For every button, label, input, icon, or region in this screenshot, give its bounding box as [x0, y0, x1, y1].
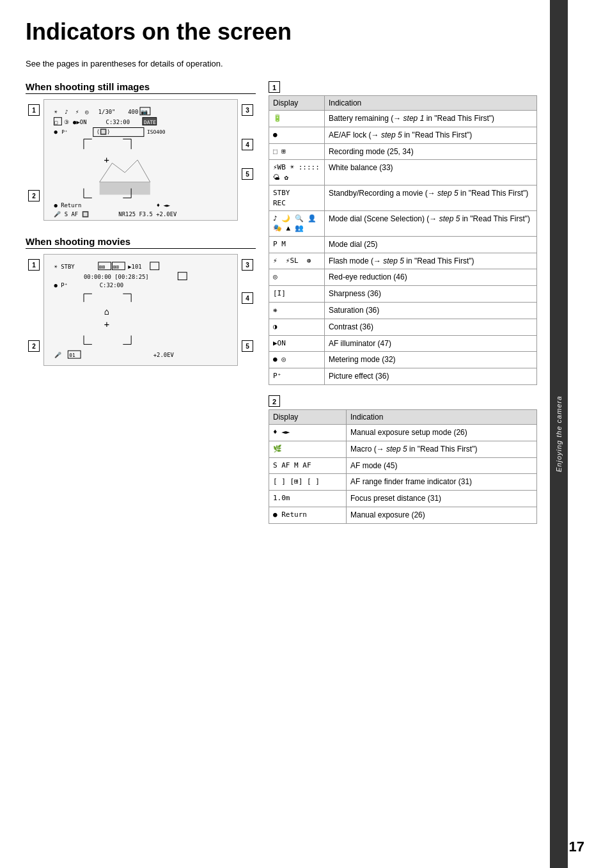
table1-row-indication: Red-eye reduction (46) — [324, 269, 536, 286]
table2-row-display: ♦ ◄► — [269, 425, 347, 441]
right-column: 1 Display Indication 🔋Battery remaining … — [269, 81, 537, 534]
table1-row-display: [I] — [269, 286, 325, 303]
table1-row-display: ⚡WB ☀ ::::: 🌤 ✿ — [269, 160, 325, 185]
svg-text:1/30": 1/30" — [98, 109, 116, 115]
table2-row-indication: Manual exposure setup mode (26) — [347, 425, 537, 441]
table2-row-indication: Macro (→ step 5 in "Read This First") — [347, 441, 537, 457]
table2-header-display: Display — [269, 410, 347, 425]
svg-text:● Return: ● Return — [54, 202, 81, 209]
table1-row-indication: Contrast (36) — [324, 319, 536, 335]
table1: Display Indication 🔋Battery remaining (→… — [269, 95, 537, 385]
movie-diagram-svg: ☀ STBY ⊞⊞ ⊞⊞ ▶101 00:00:00 [00:28:25] — [44, 255, 237, 365]
table1-badge: 1 — [269, 81, 280, 93]
svg-text:♪: ♪ — [65, 109, 68, 115]
svg-text:●▶ON: ●▶ON — [73, 119, 86, 125]
main-content: Indicators on the screen See the pages i… — [0, 0, 550, 868]
table1-row-display: ⬚ ⊞ — [269, 143, 325, 160]
table2-row-indication: Manual exposure (26) — [347, 507, 537, 523]
still-diagram-wrapper: ☀ ♪ ⚡ ◎ 1/30" 400 📷 □ ③ ●▶O — [26, 99, 256, 221]
table1-row-display: STBY REC — [269, 185, 325, 211]
movie-diagram: ☀ STBY ⊞⊞ ⊞⊞ ▶101 00:00:00 [00:28:25] — [43, 254, 238, 366]
table2-badge: 2 — [269, 395, 280, 407]
badge-3-still: 3 — [242, 104, 253, 116]
svg-text:⚡: ⚡ — [75, 109, 79, 115]
two-column-layout: When shooting still images ☀ ♪ ⚡ ◎ 1/30"… — [26, 81, 537, 534]
table1-section: 1 Display Indication 🔋Battery remaining … — [269, 81, 537, 385]
svg-text:▶101: ▶101 — [128, 264, 141, 270]
table1-row-indication: AF illuminator (47) — [324, 335, 536, 352]
svg-rect-43 — [178, 272, 187, 280]
table2-row-indication: Focus preset distance (31) — [347, 491, 537, 507]
svg-text:+: + — [104, 319, 109, 329]
page-title: Indicators on the screen — [26, 19, 537, 45]
svg-text:400: 400 — [128, 109, 138, 115]
svg-text:●: ● — [54, 129, 58, 136]
svg-text:☀: ☀ — [54, 109, 58, 115]
left-column: When shooting still images ☀ ♪ ⚡ ◎ 1/30"… — [26, 81, 256, 534]
table2-row-display: [ ] [⊞] [ ] — [269, 474, 347, 491]
svg-text:☀ STBY: ☀ STBY — [54, 264, 75, 270]
table2-row-display: 1.0m — [269, 491, 347, 507]
table2-row-display: 🌿 — [269, 441, 347, 457]
table1-row-indication: Sharpness (36) — [324, 286, 536, 303]
movies-title: When shooting movies — [26, 236, 256, 249]
table1-row-display: 🔋 — [269, 111, 325, 127]
table1-row-display: ● — [269, 127, 325, 143]
svg-text:DATE: DATE — [144, 120, 156, 125]
table1-row-indication: Recording mode (25, 34) — [324, 143, 536, 160]
table2: Display Indication ♦ ◄►Manual exposure s… — [269, 409, 537, 524]
svg-text:⊞⊞: ⊞⊞ — [113, 264, 120, 270]
table1-row-indication: Metering mode (32) — [324, 352, 536, 368]
svg-text:+2.0EV: +2.0EV — [153, 352, 175, 358]
side-tab: Enjoying the camera — [550, 0, 568, 868]
table1-header-display: Display — [269, 96, 325, 111]
table1-row-display: ◑ — [269, 319, 325, 335]
table1-row-indication: White balance (33) — [324, 160, 536, 185]
table1-row-indication: Flash mode (→ step 5 in "Read This First… — [324, 253, 536, 269]
table2-header-indication: Indication — [347, 410, 537, 425]
svg-text:⌂: ⌂ — [104, 306, 109, 317]
svg-text:③: ③ — [64, 119, 69, 125]
svg-rect-41 — [150, 262, 159, 270]
badge-1-movie: 1 — [28, 259, 40, 271]
svg-text:C:32:00: C:32:00 — [100, 282, 123, 288]
svg-text:⟨🔲⟩: ⟨🔲⟩ — [97, 129, 111, 136]
badge-3-movie: 3 — [242, 259, 253, 271]
table1-row-display: ♪ 🌙 🔍 👤 🎭 ▲ 👥 — [269, 211, 325, 237]
table2-row-indication: AF range finder frame indicator (31) — [347, 474, 537, 491]
svg-text:+: + — [104, 155, 109, 165]
svg-text:NR125  F3.5 +2.0EV: NR125 F3.5 +2.0EV — [118, 211, 177, 217]
table1-row-indication: Mode dial (25) — [324, 236, 536, 253]
movie-diagram-wrapper: ☀ STBY ⊞⊞ ⊞⊞ ▶101 00:00:00 [00:28:25] — [26, 254, 256, 366]
svg-text:P⁺: P⁺ — [61, 130, 68, 136]
table1-row-indication: Mode dial (Scene Selection) (→ step 5 in… — [324, 211, 536, 237]
svg-text:ISO400: ISO400 — [147, 130, 166, 136]
table1-row-display: ▶ON — [269, 335, 325, 352]
svg-text:00:00:00 [00:28:25]: 00:00:00 [00:28:25] — [84, 274, 149, 280]
intro-text: See the pages in parentheses for details… — [26, 58, 537, 70]
still-diagram: ☀ ♪ ⚡ ◎ 1/30" 400 📷 □ ③ ●▶O — [43, 99, 238, 221]
svg-text:📷: 📷 — [141, 108, 148, 116]
badge-2-still: 2 — [28, 190, 40, 201]
svg-rect-25 — [100, 182, 150, 195]
table1-header-indication: Indication — [324, 96, 536, 111]
still-images-title: When shooting still images — [26, 81, 256, 94]
svg-text:🎤 S AF 🔲: 🎤 S AF 🔲 — [54, 210, 89, 218]
table1-row-display: ❋ — [269, 303, 325, 319]
svg-text:⊞⊞: ⊞⊞ — [99, 264, 106, 270]
table1-row-indication: Saturation (36) — [324, 303, 536, 319]
svg-text:◎: ◎ — [85, 109, 89, 115]
badge-4-still: 4 — [242, 139, 253, 150]
badge-1-still: 1 — [28, 104, 40, 116]
table1-row-indication: Battery remaining (→ step 1 in "Read Thi… — [324, 111, 536, 127]
table1-row-indication: Standby/Recording a movie (→ step 5 in "… — [324, 185, 536, 211]
page-number: 17 — [569, 839, 584, 855]
page-container: Indicators on the screen See the pages i… — [0, 0, 610, 868]
svg-text:🎤: 🎤 — [54, 351, 62, 359]
table2-section: 2 Display Indication ♦ ◄►Manual exposure… — [269, 395, 537, 524]
badge-5-still: 5 — [242, 168, 253, 180]
table1-row-display: ◎ — [269, 269, 325, 286]
svg-text:C:32:00: C:32:00 — [106, 119, 130, 125]
svg-text:● P⁺: ● P⁺ — [54, 282, 68, 288]
still-diagram-svg: ☀ ♪ ⚡ ◎ 1/30" 400 📷 □ ③ ●▶O — [44, 100, 237, 220]
